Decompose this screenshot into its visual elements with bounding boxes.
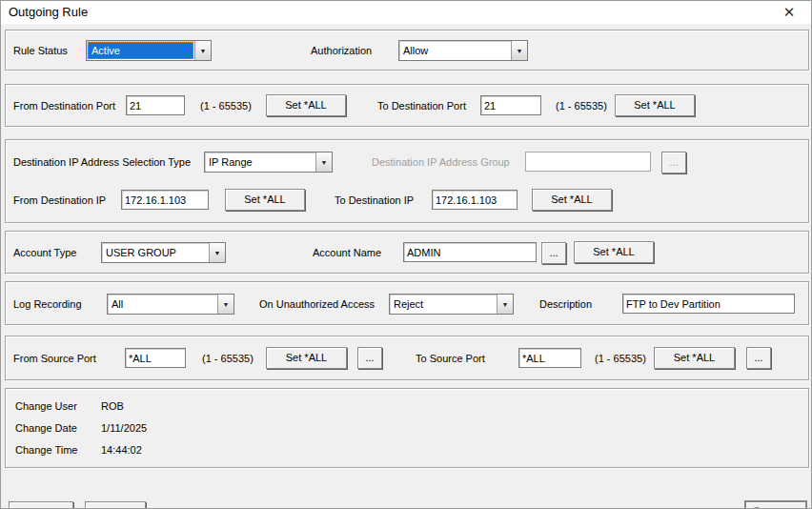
to-dest-ip-set-all-button[interactable]: Set *ALL <box>532 189 612 211</box>
group-change-info: Change User ROB Change Date 1/11/2025 Ch… <box>5 388 809 468</box>
change-date-label: Change Date <box>15 417 77 438</box>
dest-ip-selection-value: IP Range <box>205 153 315 172</box>
dialog-client-area: Rule Status Active ▼ Authorization Allow… <box>1 24 811 508</box>
rule-status-combobox[interactable]: Active ▼ <box>86 40 212 61</box>
account-name-browse-button[interactable]: ... <box>541 242 566 264</box>
from-source-port-set-all-button[interactable]: Set *ALL <box>266 347 347 369</box>
chevron-down-icon[interactable]: ▼ <box>511 41 527 60</box>
from-source-port-browse-button[interactable]: ... <box>357 347 382 369</box>
account-type-combobox[interactable]: USER GROUP ▼ <box>101 242 226 263</box>
undo-button[interactable]: Undo <box>85 501 146 509</box>
from-dest-port-range: (1 - 65535) <box>200 95 252 116</box>
from-dest-port-set-all-button[interactable]: Set *ALL <box>266 94 346 116</box>
group-account: Account Type USER GROUP ▼ Account Name .… <box>5 231 809 274</box>
dest-ip-group-input <box>525 152 651 172</box>
dest-ip-selection-label: Destination IP Address Selection Type <box>13 152 191 173</box>
from-dest-ip-set-all-button[interactable]: Set *ALL <box>225 189 305 211</box>
dest-ip-group-label: Destination IP Address Group <box>372 152 510 173</box>
rule-status-label: Rule Status <box>13 40 68 61</box>
change-date-value: 1/11/2025 <box>101 417 147 438</box>
from-dest-ip-label: From Destination IP <box>13 190 106 211</box>
to-dest-ip-input[interactable] <box>432 190 518 210</box>
from-source-port-range: (1 - 65535) <box>202 348 254 369</box>
change-user-value: ROB <box>101 396 124 417</box>
account-type-label: Account Type <box>13 242 76 263</box>
titlebar: Outgoing Rule ✕ <box>1 1 811 24</box>
group-destination-ports: From Destination Port (1 - 65535) Set *A… <box>5 84 809 127</box>
to-source-port-set-all-button[interactable]: Set *ALL <box>654 347 735 369</box>
window-title: Outgoing Rule <box>9 5 88 19</box>
outgoing-rule-dialog: Outgoing Rule ✕ Rule Status Active ▼ Aut… <box>0 0 812 509</box>
to-dest-ip-label: To Destination IP <box>335 190 414 211</box>
chevron-down-icon[interactable]: ▼ <box>497 295 513 314</box>
to-dest-port-range: (1 - 65535) <box>556 95 607 116</box>
from-source-port-label: From Source Port <box>13 348 96 369</box>
group-destination-ip: Destination IP Address Selection Type IP… <box>5 139 809 223</box>
on-unauthorized-access-label: On Unauthorized Access <box>259 294 375 315</box>
description-label: Description <box>539 294 592 315</box>
group-source-ports: From Source Port (1 - 65535) Set *ALL ..… <box>5 336 809 380</box>
to-dest-port-input[interactable] <box>480 95 541 115</box>
chevron-down-icon[interactable]: ▼ <box>315 153 332 172</box>
chevron-down-icon[interactable]: ▼ <box>209 243 225 262</box>
group-rule-status: Rule Status Active ▼ Authorization Allow… <box>5 30 809 71</box>
from-dest-port-input[interactable] <box>126 95 185 115</box>
apply-button[interactable]: Apply <box>9 501 73 509</box>
chevron-down-icon[interactable]: ▼ <box>194 41 211 60</box>
account-name-input[interactable] <box>403 242 537 262</box>
window-close-icon[interactable]: ✕ <box>779 3 800 22</box>
from-source-port-input[interactable] <box>125 348 186 368</box>
change-time-value: 14:44:02 <box>101 439 142 460</box>
chevron-down-icon[interactable]: ▼ <box>217 295 233 314</box>
rule-status-value: Active <box>88 42 193 59</box>
to-source-port-input[interactable] <box>518 348 581 368</box>
check-icon <box>18 506 33 509</box>
change-time-label: Change Time <box>15 439 77 460</box>
account-type-value: USER GROUP <box>102 243 209 262</box>
to-dest-port-set-all-button[interactable]: Set *ALL <box>615 94 695 116</box>
authorization-combobox[interactable]: Allow ▼ <box>398 40 528 61</box>
account-name-label: Account Name <box>313 242 381 263</box>
exit-door-icon <box>753 506 768 509</box>
dest-ip-group-browse-button: ... <box>661 152 686 173</box>
from-dest-ip-input[interactable] <box>121 190 209 210</box>
from-dest-port-label: From Destination Port <box>13 95 115 116</box>
description-input[interactable] <box>622 294 795 314</box>
dest-ip-selection-combobox[interactable]: IP Range ▼ <box>204 152 333 173</box>
log-recording-label: Log Recording <box>13 294 82 315</box>
to-dest-port-label: To Destination Port <box>377 95 466 116</box>
to-source-port-browse-button[interactable]: ... <box>746 347 771 369</box>
change-user-label: Change User <box>15 396 77 417</box>
log-recording-combobox[interactable]: All ▼ <box>107 294 234 315</box>
group-logging: Log Recording All ▼ On Unauthorized Acce… <box>5 281 809 325</box>
log-recording-value: All <box>108 295 217 314</box>
close-button[interactable]: Close <box>745 501 806 509</box>
account-name-set-all-button[interactable]: Set *ALL <box>574 241 654 263</box>
undo-icon <box>93 506 109 509</box>
to-source-port-range: (1 - 65535) <box>595 348 646 369</box>
on-unauthorized-access-combobox[interactable]: Reject ▼ <box>389 294 514 315</box>
authorization-value: Allow <box>399 41 511 60</box>
authorization-label: Authorization <box>311 40 372 61</box>
to-source-port-label: To Source Port <box>416 348 485 369</box>
on-unauthorized-access-value: Reject <box>390 295 497 314</box>
